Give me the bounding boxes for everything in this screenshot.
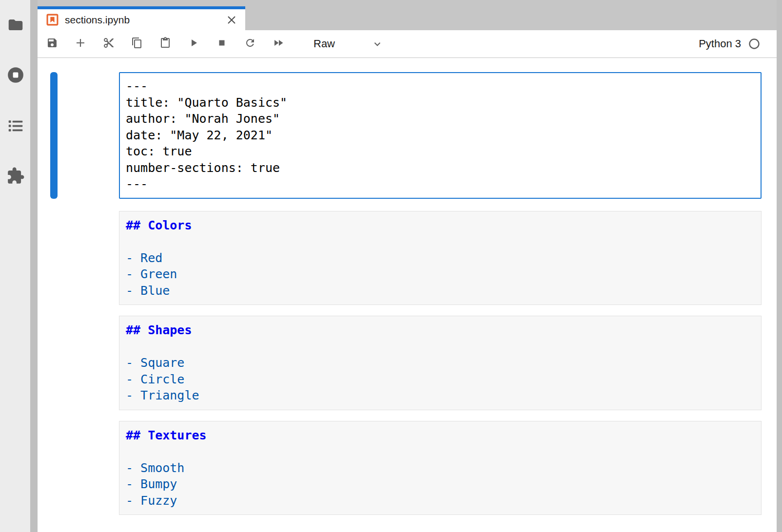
code-line: date: "May 22, 2021" [126, 127, 757, 144]
insert-cell-button[interactable] [75, 38, 86, 50]
raw-cell-frontmatter[interactable]: --- title: "Quarto Basics" author: "Nora… [119, 72, 762, 199]
copy-cells-button[interactable] [131, 38, 143, 50]
window-right-gutter [777, 0, 782, 532]
sidebar-divider [30, 0, 38, 532]
kernel-name[interactable]: Python 3 [699, 38, 741, 50]
tab-sections-ipynb[interactable]: sections.ipynb [38, 6, 245, 30]
md-list-item: - Green [126, 266, 757, 283]
cell-type-dropdown[interactable]: Raw [313, 38, 383, 50]
add-icon [75, 37, 86, 51]
tab-bar: sections.ipynb [38, 0, 782, 30]
puzzle-icon [6, 167, 25, 187]
paste-icon [159, 37, 171, 51]
notebook-panel: --- title: "Quarto Basics" author: "Nora… [38, 58, 782, 515]
save-button[interactable] [46, 38, 58, 50]
md-list-item: - Triangle [126, 387, 757, 404]
code-line: number-sections: true [126, 160, 757, 176]
md-header-line: ## Textures [126, 427, 757, 444]
code-line: title: "Quarto Basics" [126, 95, 757, 111]
restart-run-all-button[interactable] [273, 38, 284, 50]
code-line: toc: true [126, 143, 757, 160]
md-header-line: ## Colors [126, 217, 757, 234]
md-list-item: - Blue [126, 283, 757, 299]
md-list-item: - Square [126, 355, 757, 371]
cut-icon [103, 37, 115, 51]
md-blank-line [126, 339, 757, 355]
sidebar-item-extensions[interactable] [6, 168, 25, 186]
copy-icon [131, 37, 143, 51]
sidebar-item-file-browser[interactable] [6, 17, 25, 35]
run-cell-button[interactable] [188, 38, 199, 50]
notebook-icon [46, 14, 59, 26]
code-line: --- [126, 176, 757, 192]
sidebar-item-table-of-contents[interactable] [6, 117, 25, 136]
kernel-status-icon[interactable] [748, 38, 760, 50]
activity-sidebar [0, 0, 30, 532]
cell-type-value: Raw [313, 38, 335, 50]
md-header-line: ## Shapes [126, 322, 757, 339]
md-list-item: - Fuzzy [126, 493, 757, 509]
md-list-item: - Red [126, 250, 757, 266]
md-list-item: - Circle [126, 371, 757, 388]
md-blank-line [126, 443, 757, 460]
kernel-indicator: Python 3 [699, 38, 782, 50]
jupyterlab-window: sections.ipynb [0, 0, 782, 532]
cell-collapser[interactable] [50, 72, 58, 199]
toc-icon [6, 116, 25, 137]
restart-kernel-button[interactable] [244, 38, 256, 50]
code-line: author: "Norah Jones" [126, 111, 757, 127]
tab-title: sections.ipynb [65, 14, 130, 26]
markdown-cell-shapes[interactable]: ## Shapes - Square - Circle - Triangle [119, 316, 762, 410]
md-list-item: - Smooth [126, 460, 757, 476]
markdown-cell-colors[interactable]: ## Colors - Red - Green - Blue [119, 211, 762, 305]
paste-cells-button[interactable] [159, 38, 171, 50]
markdown-cell-textures[interactable]: ## Textures - Smooth - Bumpy - Fuzzy [119, 421, 762, 515]
run-icon [188, 37, 199, 51]
restart-icon [244, 37, 256, 51]
md-blank-line [126, 233, 757, 250]
code-line: --- [126, 78, 757, 95]
save-icon [46, 37, 58, 51]
interrupt-kernel-button[interactable] [216, 38, 228, 50]
close-icon[interactable] [226, 14, 237, 26]
main-dock-panel: sections.ipynb [38, 0, 782, 532]
cut-cells-button[interactable] [103, 38, 115, 50]
chevron-down-icon [372, 38, 383, 49]
folder-icon [6, 16, 25, 36]
running-icon [6, 66, 25, 86]
run-all-icon [273, 37, 284, 51]
notebook-toolbar: Raw Python 3 [38, 30, 782, 58]
stop-icon [216, 37, 228, 51]
sidebar-item-running-kernels[interactable] [6, 67, 25, 85]
md-list-item: - Bumpy [126, 476, 757, 493]
